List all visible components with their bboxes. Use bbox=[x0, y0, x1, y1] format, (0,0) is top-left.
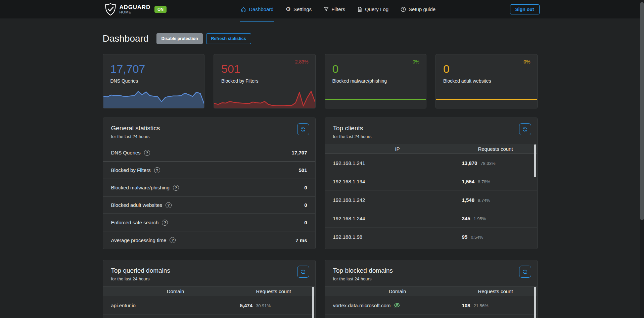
requests-count: 13,870 bbox=[462, 160, 477, 166]
refresh-statistics-button[interactable]: Refresh statistics bbox=[206, 33, 251, 44]
nav-label: Filters bbox=[331, 6, 345, 12]
eye-slash-icon bbox=[394, 302, 400, 309]
help-icon[interactable]: ? bbox=[144, 150, 150, 156]
nav-item-settings[interactable]: ⚙ Settings bbox=[286, 0, 312, 18]
general-statistics-panel: General statistics for the last 24 hours… bbox=[103, 118, 316, 249]
domain-row: api.entur.io 5,47430.91% bbox=[103, 296, 315, 315]
protection-status-badge: ON bbox=[154, 6, 167, 13]
requests-percent: 30.91% bbox=[256, 303, 271, 308]
stats-row-label: Enforced safe search bbox=[111, 220, 159, 225]
blocked-filters-link[interactable]: Blocked by Filters bbox=[221, 78, 258, 84]
nav-label: Setup guide bbox=[409, 6, 435, 12]
requests-count: 1,548 bbox=[462, 197, 475, 203]
refresh-icon-button[interactable] bbox=[519, 123, 531, 135]
sign-out-button[interactable]: Sign out bbox=[510, 4, 540, 14]
requests-percent: 21.56% bbox=[474, 303, 489, 308]
refresh-icon-button[interactable] bbox=[297, 266, 309, 278]
svg-text:?: ? bbox=[402, 8, 404, 11]
dns-queries-card: 17,707 DNS Queries bbox=[103, 54, 205, 108]
home-icon bbox=[241, 7, 246, 12]
panel-subtitle: for the last 24 hours bbox=[111, 276, 307, 281]
requests-percent: 8.74% bbox=[478, 198, 490, 203]
client-ip-link[interactable]: 192.168.1.244 bbox=[333, 216, 462, 221]
table-scrollbar-thumb[interactable] bbox=[312, 287, 314, 318]
domain-row: vortex.data.microsoft.com 10821.56% bbox=[325, 296, 537, 315]
panel-title: Top queried domains bbox=[111, 267, 307, 274]
stats-row: Blocked by Filters? 501 bbox=[103, 162, 315, 179]
client-row: 192.168.1.244 3451.95% bbox=[325, 209, 537, 228]
client-ip-link[interactable]: 192.168.1.242 bbox=[333, 197, 462, 203]
stats-row-value: 17,707 bbox=[292, 150, 307, 155]
client-row: 192.168.1.242 1,5488.74% bbox=[325, 191, 537, 209]
brand-name: ADGUARD bbox=[120, 4, 150, 10]
blocked-filters-percent: 2.83% bbox=[295, 59, 309, 64]
requests-percent: 1.95% bbox=[474, 216, 486, 221]
help-icon[interactable]: ? bbox=[170, 237, 176, 243]
page-scrollbar-thumb[interactable] bbox=[640, 2, 644, 220]
blocked-adult-percent: 0% bbox=[523, 59, 530, 64]
dns-queries-value: 17,707 bbox=[110, 62, 197, 76]
client-ip-link[interactable]: 192.168.1.241 bbox=[333, 160, 462, 166]
column-header-domain: Domain bbox=[333, 288, 462, 294]
column-header-ip: IP bbox=[333, 146, 462, 152]
blocked-malware-card: 0% 0 Blocked malware/phishing bbox=[325, 54, 427, 108]
top-navigation-bar: ADGUARD HOME ON Dashboard ⚙ Settings bbox=[0, 0, 644, 18]
requests-count: 108 bbox=[462, 303, 470, 308]
help-circle-icon: ? bbox=[401, 7, 406, 12]
stats-row: Blocked adult websites? 0 bbox=[103, 196, 315, 214]
blocked-malware-sparkline bbox=[325, 89, 426, 108]
top-blocked-domains-panel: Top blocked domains for the last 24 hour… bbox=[325, 260, 538, 318]
nav-item-setup-guide[interactable]: ? Setup guide bbox=[401, 0, 435, 18]
disable-protection-button[interactable]: Disable protection bbox=[156, 33, 202, 44]
blocked-malware-percent: 0% bbox=[413, 59, 419, 64]
nav-label: Query Log bbox=[365, 6, 388, 12]
stats-row-label: Average processing time bbox=[111, 237, 167, 243]
stats-row-value: 0 bbox=[304, 185, 307, 190]
blocked-adult-value: 0 bbox=[443, 62, 530, 76]
page-title: Dashboard bbox=[103, 33, 149, 44]
panel-title: Top blocked domains bbox=[333, 267, 529, 274]
refresh-icon bbox=[301, 127, 306, 132]
brand-subname: HOME bbox=[120, 10, 150, 14]
column-header-requests: Requests count bbox=[462, 288, 529, 294]
nav-item-query-log[interactable]: Query Log bbox=[357, 0, 388, 18]
blocked-malware-label: Blocked malware/phishing bbox=[332, 78, 419, 84]
refresh-icon-button[interactable] bbox=[519, 266, 531, 278]
blocked-adult-sparkline bbox=[436, 89, 537, 108]
refresh-icon-button[interactable] bbox=[297, 123, 309, 135]
help-icon[interactable]: ? bbox=[173, 185, 179, 191]
stats-row-value: 7 ms bbox=[295, 237, 307, 243]
document-icon bbox=[357, 7, 362, 12]
help-icon[interactable]: ? bbox=[162, 220, 168, 226]
nav-item-filters[interactable]: Filters bbox=[324, 0, 345, 18]
table-scrollbar-thumb[interactable] bbox=[534, 287, 536, 318]
stats-row: DNS Queries? 17,707 bbox=[103, 144, 315, 162]
top-queried-domains-panel: Top queried domains for the last 24 hour… bbox=[103, 260, 316, 318]
table-header: IP Requests count bbox=[325, 144, 537, 154]
help-icon[interactable]: ? bbox=[154, 167, 160, 173]
blocked-filters-sparkline bbox=[214, 89, 315, 108]
table-scrollbar-thumb[interactable] bbox=[534, 144, 536, 177]
domain-link[interactable]: api.entur.io bbox=[111, 303, 240, 308]
requests-percent: 8.78% bbox=[478, 179, 490, 184]
client-ip-link[interactable]: 192.168.1.194 bbox=[333, 179, 462, 184]
blocked-adult-card: 0% 0 Blocked adult websites bbox=[435, 54, 538, 108]
table-header: Domain Requests count bbox=[103, 286, 315, 296]
refresh-icon bbox=[522, 269, 527, 274]
client-row: 192.168.1.194 1,5548.78% bbox=[325, 172, 537, 191]
panel-subtitle: for the last 24 hours bbox=[333, 276, 529, 281]
panel-title: Top clients bbox=[333, 125, 529, 132]
help-icon[interactable]: ? bbox=[166, 202, 172, 208]
adguard-home-logo[interactable]: ADGUARD HOME bbox=[105, 3, 150, 16]
client-ip-link[interactable]: 192.168.1.98 bbox=[333, 234, 462, 240]
main-nav: Dashboard ⚙ Settings Filters Query L bbox=[167, 0, 510, 18]
stats-row-label: DNS Queries bbox=[111, 150, 141, 155]
requests-count: 345 bbox=[462, 216, 470, 221]
client-row: 192.168.1.241 13,87078.33% bbox=[325, 154, 537, 172]
requests-percent: 0.54% bbox=[471, 235, 483, 240]
domain-link[interactable]: vortex.data.microsoft.com bbox=[333, 303, 391, 308]
stats-row-value: 0 bbox=[304, 220, 307, 225]
nav-item-dashboard[interactable]: Dashboard bbox=[241, 0, 273, 18]
client-row: 192.168.1.98 950.54% bbox=[325, 228, 537, 246]
table-header: Domain Requests count bbox=[325, 286, 537, 296]
